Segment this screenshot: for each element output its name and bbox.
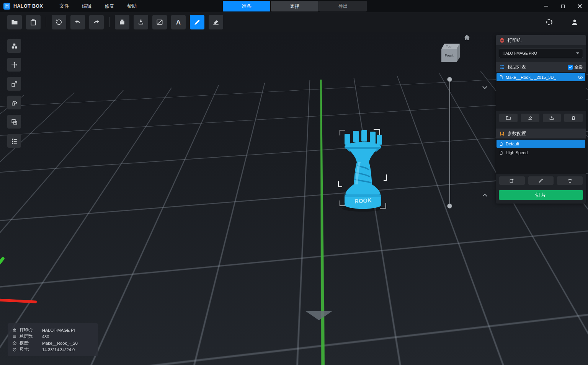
printer-section-header: 打印机 [496, 35, 586, 45]
text-tool-button[interactable]: A [171, 15, 186, 29]
info-label: 尺寸: [20, 347, 39, 352]
delete-model-button[interactable] [564, 114, 583, 122]
info-label: 模型: [20, 340, 39, 346]
titlebar: H HALOT BOX 文件 编辑 修复 帮助 准备 支撑 导出 [0, 0, 588, 12]
window-controls [537, 0, 588, 12]
dimension-icon [12, 347, 17, 352]
model-list: Make__Rook_-_2015_3D_ [496, 72, 586, 111]
import-model-button[interactable] [134, 15, 148, 29]
cube-icon [12, 341, 17, 345]
workflow-tabs: 准备 支撑 导出 [223, 0, 367, 12]
toolbar-separator [109, 17, 109, 27]
info-row-size: 尺寸: 14.33*14.34*24.0 [12, 346, 93, 353]
clip-slider-bottom-handle[interactable] [447, 204, 452, 209]
view-cube-render: Top Front [438, 41, 461, 64]
save-box-button[interactable] [115, 15, 129, 29]
clipboard-icon [29, 18, 37, 26]
home-icon [464, 34, 470, 41]
select-all-label: 全选 [574, 64, 583, 70]
pencil-tool-button[interactable] [190, 15, 204, 29]
param-profile-item[interactable]: Default [497, 140, 585, 148]
minimize-button[interactable] [537, 0, 554, 12]
model-list-header: 模型列表 全选 [496, 62, 586, 72]
undo-button[interactable] [70, 15, 85, 29]
slice-button[interactable]: 切片 [499, 190, 583, 200]
menu-help[interactable]: 帮助 [122, 2, 142, 11]
svg-text:Front: Front [445, 54, 454, 57]
menu-edit[interactable]: 编辑 [77, 2, 96, 11]
select-all-checkbox[interactable] [568, 65, 573, 70]
sync-icon [545, 18, 554, 26]
history-button[interactable] [52, 15, 66, 29]
param-actions [496, 174, 586, 187]
undo-icon [74, 18, 82, 26]
delete-profile-button[interactable] [557, 176, 583, 185]
history-icon [55, 18, 63, 26]
device-sync-button[interactable] [542, 15, 557, 29]
paste-button[interactable] [26, 15, 41, 29]
trash-icon [571, 115, 576, 121]
main-toolbar: A [0, 12, 588, 32]
arrange-icon [11, 42, 18, 50]
move-icon [11, 61, 18, 68]
model-info-list-button[interactable] [7, 134, 21, 148]
add-profile-button[interactable] [499, 176, 525, 185]
open-model-button[interactable] [499, 114, 518, 122]
printer-small-icon [12, 328, 17, 332]
info-value: HALOT-MAGE PI [42, 328, 75, 332]
param-profile-item[interactable]: High Speed [497, 148, 585, 156]
info-row-printer: 打印机: HALOT-MAGE PI [12, 327, 93, 333]
check-icon [568, 65, 572, 69]
menu-file[interactable]: 文件 [54, 2, 74, 11]
scale-tool-button[interactable] [7, 77, 21, 91]
printer-select[interactable]: HALOT-MAGE PRO [499, 49, 583, 58]
dropdown-caret-icon [576, 52, 579, 54]
eraser-small-icon [528, 115, 533, 121]
model-actions [496, 111, 586, 124]
edit-profile-button[interactable] [528, 176, 554, 185]
info-value: Make__Rook_-_20 [42, 341, 78, 345]
erase-model-button[interactable] [521, 114, 539, 122]
redo-button[interactable] [89, 15, 104, 29]
file-icon [499, 150, 503, 155]
home-view-button[interactable] [464, 34, 470, 41]
edit-mask-button[interactable] [152, 15, 167, 29]
param-section-title: 参数配置 [508, 130, 526, 137]
close-icon [578, 4, 582, 8]
auto-layout-button[interactable] [7, 39, 21, 53]
move-tool-button[interactable] [7, 58, 21, 72]
model-list-item[interactable]: Make__Rook_-_2015_3D_ [497, 73, 585, 81]
plate-front-marker [305, 311, 332, 320]
user-account-button[interactable] [567, 15, 582, 29]
trash-icon [567, 178, 573, 183]
view-cube[interactable]: Top Front [438, 41, 461, 64]
info-row-layers: 总层数: 480 [12, 333, 93, 340]
maximize-button[interactable] [554, 0, 571, 12]
clone-tool-button[interactable] [7, 115, 21, 129]
tab-prepare[interactable]: 准备 [223, 1, 270, 11]
maximize-icon [561, 5, 565, 8]
select-all-control[interactable]: 全选 [568, 64, 583, 70]
clip-slider-track[interactable] [449, 79, 450, 206]
eye-icon[interactable] [578, 75, 583, 80]
model-name: Make__Rook_-_2015_3D_ [506, 75, 575, 80]
clip-slider-top-handle[interactable] [447, 77, 452, 82]
model-list-icon [499, 64, 505, 70]
export-model-button[interactable] [543, 114, 561, 122]
tab-export[interactable]: 导出 [319, 1, 367, 11]
param-profile-list: Default High Speed [496, 139, 586, 174]
close-button[interactable] [571, 0, 588, 12]
model-rook[interactable]: ROOK [337, 127, 389, 213]
user-icon [570, 18, 579, 26]
redo-icon [93, 18, 100, 26]
model-list-title: 模型列表 [508, 64, 526, 70]
menubar: 文件 编辑 修复 帮助 [54, 2, 142, 11]
rotate-tool-button[interactable] [7, 96, 21, 109]
open-file-button[interactable] [7, 15, 22, 29]
tab-support[interactable]: 支撑 [271, 1, 318, 11]
eraser-tool-button[interactable] [209, 15, 223, 29]
folder-icon [506, 115, 511, 121]
edit-slash-icon [156, 18, 163, 26]
menu-repair[interactable]: 修复 [100, 2, 119, 11]
clone-icon [11, 118, 18, 125]
